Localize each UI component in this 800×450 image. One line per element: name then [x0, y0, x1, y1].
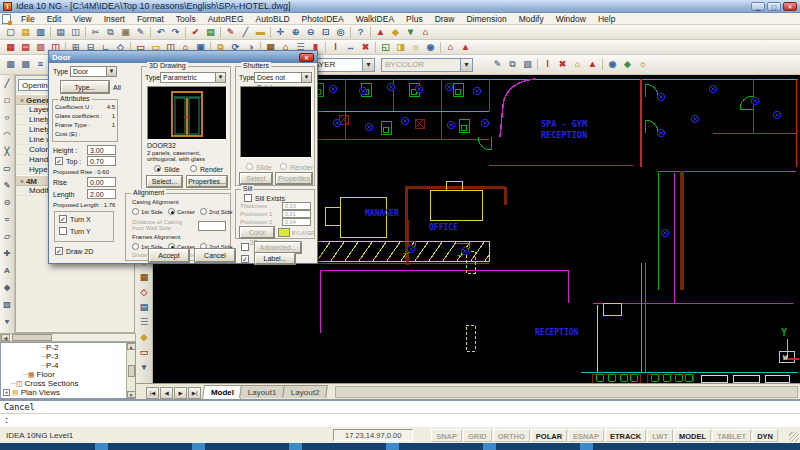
raise-level-icon[interactable]: ▲ — [585, 58, 600, 71]
print-icon[interactable]: ▤ — [53, 26, 68, 39]
dialog-close-icon[interactable]: ✕ — [299, 53, 314, 62]
menu-item-window[interactable]: Window — [550, 13, 592, 25]
pan-icon[interactable]: ✛ — [273, 26, 288, 39]
casing-2nd-radio[interactable] — [200, 208, 207, 215]
tree-item-floor[interactable]: ─ ▦Floor — [1, 370, 135, 379]
scrollbar-thumb[interactable] — [128, 365, 135, 377]
menu-item-view[interactable]: View — [67, 13, 97, 25]
plus-tool-icon[interactable]: ✚ — [1, 245, 14, 262]
status-toggle-etrack[interactable]: ETRACK — [605, 429, 646, 442]
tab-nav-3-icon[interactable]: ▶| — [188, 387, 201, 399]
tab-model[interactable]: Model — [202, 385, 243, 399]
select-button[interactable]: Select... — [147, 176, 182, 187]
zoom-out-icon[interactable]: ⊖ — [303, 26, 318, 39]
tab-nav-1-icon[interactable]: ◀ — [160, 387, 173, 399]
sill-exists-checkbox[interactable] — [244, 194, 252, 202]
maximize-button[interactable]: ▢ — [767, 2, 781, 11]
zoom-in-icon[interactable]: ⊕ — [288, 26, 303, 39]
copy-icon[interactable]: ⧉ — [103, 26, 118, 39]
render-icon[interactable]: ◨ — [393, 41, 408, 54]
render-radio[interactable] — [190, 165, 197, 172]
line-tool-icon[interactable]: ╱ — [1, 75, 14, 92]
scroll-left-icon[interactable]: ◀ — [1, 334, 10, 341]
idea-tool-4-icon[interactable]: ⌂ — [418, 26, 433, 39]
pencil-tool-icon[interactable]: ✎ — [1, 177, 14, 194]
menu-item-autobld[interactable]: AutoBLD — [250, 13, 296, 25]
scroll-down-icon[interactable]: ▼ — [127, 391, 136, 398]
status-toggle-dyn[interactable]: DYN — [752, 429, 778, 442]
scrollbar-thumb[interactable] — [12, 334, 52, 341]
status-toggle-ortho[interactable]: ORTHO — [493, 429, 530, 442]
menu-item-draw[interactable]: Draw — [429, 13, 461, 25]
bld-list-icon[interactable]: ☰ — [137, 315, 152, 330]
idea-tool-2-icon[interactable]: ◆ — [388, 26, 403, 39]
level-up-icon[interactable]: ▲ — [458, 41, 473, 54]
canvas-hscrollbar[interactable] — [335, 386, 798, 398]
fly-icon[interactable]: ◈ — [620, 58, 635, 71]
opening-type-combo[interactable]: Door▼ — [70, 66, 117, 77]
measure-icon[interactable]: ▬ — [253, 26, 268, 39]
tab-layout2[interactable]: Layout2 — [282, 385, 328, 398]
palette-hscrollbar[interactable]: ◀ — [0, 333, 136, 342]
menu-item-file[interactable]: File — [15, 13, 41, 25]
label-button[interactable]: Label... — [255, 253, 295, 264]
match-properties-icon[interactable]: ✎ — [133, 26, 148, 39]
tab-layout1[interactable]: Layout1 — [239, 385, 285, 398]
new-icon[interactable]: ▢ — [3, 26, 18, 39]
turn-y-checkbox[interactable] — [59, 227, 67, 235]
rect-tool-icon[interactable]: □ — [1, 92, 14, 109]
point-tool-icon[interactable]: ⊙ — [1, 194, 14, 211]
tree-vscrollbar[interactable]: ▲ ▼ — [126, 343, 135, 398]
save-icon[interactable]: ▥ — [33, 26, 48, 39]
zoom-window-icon[interactable]: ⊡ — [318, 26, 333, 39]
idea-tool-1-icon[interactable]: ▲ — [373, 26, 388, 39]
diamond-tool-icon[interactable]: ◆ — [1, 279, 14, 296]
bld-diamond-icon[interactable]: ◇ — [137, 285, 152, 300]
undo-icon[interactable]: ↶ — [153, 26, 168, 39]
erase-icon[interactable]: ✖ — [358, 41, 373, 54]
bld-more-icon[interactable]: ▾ — [137, 360, 152, 375]
draw-2d-checkbox[interactable]: ✓ — [55, 247, 63, 255]
menu-item-plus[interactable]: Plus — [400, 13, 429, 25]
polyline-icon[interactable]: ╱ — [238, 26, 253, 39]
building-icon[interactable]: ⌂ — [443, 41, 458, 54]
text-tool-icon[interactable]: A — [1, 262, 14, 279]
menu-item-insert[interactable]: Insert — [98, 13, 131, 25]
sheet-set-icon[interactable]: ⧉ — [505, 58, 520, 71]
dimension-icon[interactable]: ↔ — [343, 41, 358, 54]
status-toggle-model[interactable]: MODEL — [674, 429, 711, 442]
resize-grip[interactable] — [789, 432, 799, 442]
menu-item-walkidea[interactable]: WalkIDEA — [350, 13, 400, 25]
properties-button[interactable]: Properties... — [187, 176, 227, 187]
arc-tool-icon[interactable]: ◠ — [1, 126, 14, 143]
scroll-up-icon[interactable]: ▲ — [127, 343, 136, 350]
regen-icon[interactable]: ▦ — [3, 41, 18, 54]
tree-expander-icon[interactable]: + — [3, 389, 10, 396]
redo-icon[interactable]: ↷ — [168, 26, 183, 39]
tree-item-plan-views[interactable]: +▤Plan Views — [1, 388, 135, 397]
zoom-extents-icon[interactable]: ◎ — [333, 26, 348, 39]
drawing-menu-icon[interactable] — [2, 14, 11, 24]
casing-1st-radio[interactable] — [132, 208, 139, 215]
cut-icon[interactable]: ✂ — [88, 26, 103, 39]
tree-item-p-3[interactable]: ─ P-3 — [1, 352, 135, 361]
layer-previous-icon[interactable]: ▩ — [18, 58, 33, 71]
shutters-type-combo[interactable]: Does not Exist▼ — [254, 72, 312, 83]
tree-item-cross-sections[interactable]: ─ ◫Cross Sections — [1, 379, 135, 388]
menu-item-dimension[interactable]: Dimension — [460, 13, 512, 25]
layer-states-icon[interactable]: ▥ — [33, 41, 48, 54]
standards-icon[interactable]: ▤ — [203, 26, 218, 39]
sketch-icon[interactable]: ✎ — [223, 26, 238, 39]
circle-tool-icon[interactable]: ○ — [1, 109, 14, 126]
menu-item-modify[interactable]: Modify — [513, 13, 550, 25]
turn-x-checkbox[interactable]: ✓ — [59, 215, 67, 223]
hatch-tool-icon[interactable]: ▨ — [1, 296, 14, 313]
text-icon[interactable]: Ⅰ — [328, 41, 343, 54]
open-icon[interactable]: ▤ — [18, 26, 33, 39]
layers-icon[interactable]: ▤ — [18, 41, 33, 54]
type-button[interactable]: Type... — [61, 81, 109, 93]
menu-item-format[interactable]: Format — [131, 13, 170, 25]
properties-toggle-icon[interactable]: ✎ — [490, 58, 505, 71]
menu-item-tools[interactable]: Tools — [170, 13, 202, 25]
slide-radio[interactable] — [154, 165, 161, 172]
